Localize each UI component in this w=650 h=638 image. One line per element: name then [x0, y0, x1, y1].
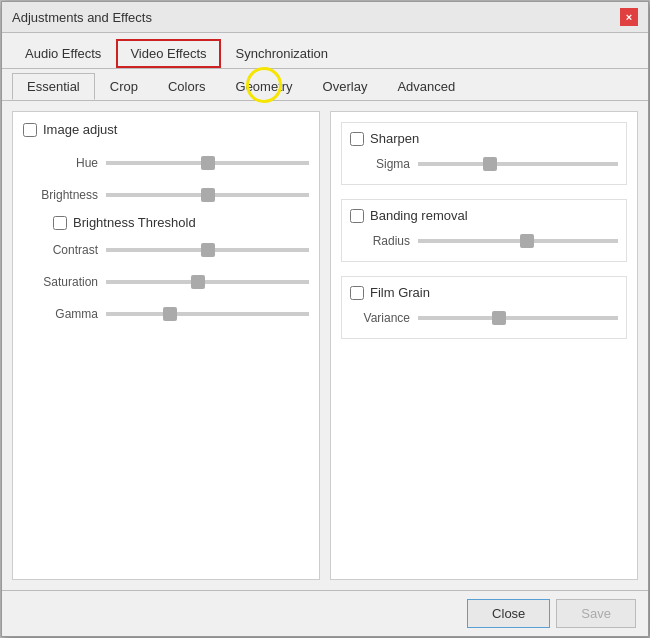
tab-advanced[interactable]: Advanced	[382, 73, 470, 100]
image-adjust-checkbox-label[interactable]: Image adjust	[23, 122, 117, 137]
saturation-slider-container	[106, 272, 309, 292]
radius-slider[interactable]	[418, 239, 618, 243]
close-button[interactable]: Close	[467, 599, 550, 628]
dialog-title: Adjustments and Effects	[12, 10, 152, 25]
right-panel: Sharpen Sigma Banding removal	[330, 111, 638, 580]
sharpen-checkbox[interactable]	[350, 132, 364, 146]
save-button[interactable]: Save	[556, 599, 636, 628]
banding-header: Banding removal	[350, 208, 618, 223]
close-icon-button[interactable]: ×	[620, 8, 638, 26]
brightness-label: Brightness	[23, 188, 98, 202]
tab-essential[interactable]: Essential	[12, 73, 95, 100]
content-area: Image adjust Hue Brightness Brightness T…	[2, 101, 648, 590]
main-tabs-container: Audio Effects Video Effects Synchronizat…	[2, 33, 648, 69]
variance-row: Variance	[350, 306, 618, 330]
tab-audio-effects[interactable]: Audio Effects	[12, 40, 114, 67]
left-panel: Image adjust Hue Brightness Brightness T…	[12, 111, 320, 580]
gamma-slider-container	[106, 304, 309, 324]
sigma-slider-container	[418, 154, 618, 174]
contrast-row: Contrast	[23, 238, 309, 262]
sigma-label: Sigma	[350, 157, 410, 171]
sigma-slider[interactable]	[418, 162, 618, 166]
brightness-threshold-row: Brightness Threshold	[53, 215, 309, 230]
variance-slider[interactable]	[418, 316, 618, 320]
tab-colors[interactable]: Colors	[153, 73, 221, 100]
tab-synchronization[interactable]: Synchronization	[223, 40, 342, 67]
tab-geometry[interactable]: Geometry	[221, 73, 308, 100]
gamma-slider[interactable]	[106, 312, 309, 316]
sharpen-checkbox-label[interactable]: Sharpen	[350, 131, 419, 146]
sharpen-header: Sharpen	[350, 131, 618, 146]
film-grain-section: Film Grain Variance	[341, 276, 627, 339]
banding-label: Banding removal	[370, 208, 468, 223]
radius-label: Radius	[350, 234, 410, 248]
image-adjust-checkbox[interactable]	[23, 123, 37, 137]
saturation-row: Saturation	[23, 270, 309, 294]
saturation-label: Saturation	[23, 275, 98, 289]
hue-label: Hue	[23, 156, 98, 170]
banding-checkbox[interactable]	[350, 209, 364, 223]
sharpen-section: Sharpen Sigma	[341, 122, 627, 185]
gamma-row: Gamma	[23, 302, 309, 326]
image-adjust-label: Image adjust	[43, 122, 117, 137]
radius-row: Radius	[350, 229, 618, 253]
brightness-slider-container	[106, 185, 309, 205]
banding-checkbox-label[interactable]: Banding removal	[350, 208, 468, 223]
film-grain-header: Film Grain	[350, 285, 618, 300]
title-bar: Adjustments and Effects ×	[2, 2, 648, 33]
brightness-slider[interactable]	[106, 193, 309, 197]
dialog: Adjustments and Effects × Audio Effects …	[1, 1, 649, 637]
film-grain-checkbox[interactable]	[350, 286, 364, 300]
film-grain-checkbox-label[interactable]: Film Grain	[350, 285, 430, 300]
contrast-slider-container	[106, 240, 309, 260]
sigma-row: Sigma	[350, 152, 618, 176]
hue-row: Hue	[23, 151, 309, 175]
tab-overlay[interactable]: Overlay	[308, 73, 383, 100]
image-adjust-header: Image adjust	[23, 122, 309, 137]
contrast-label: Contrast	[23, 243, 98, 257]
gamma-label: Gamma	[23, 307, 98, 321]
variance-label: Variance	[350, 311, 410, 325]
contrast-slider[interactable]	[106, 248, 309, 252]
radius-slider-container	[418, 231, 618, 251]
brightness-threshold-text: Brightness Threshold	[73, 215, 196, 230]
brightness-threshold-checkbox[interactable]	[53, 216, 67, 230]
hue-slider-container	[106, 153, 309, 173]
hue-slider[interactable]	[106, 161, 309, 165]
sharpen-label: Sharpen	[370, 131, 419, 146]
footer: Close Save	[2, 590, 648, 636]
brightness-row: Brightness	[23, 183, 309, 207]
film-grain-label: Film Grain	[370, 285, 430, 300]
tab-video-effects[interactable]: Video Effects	[116, 39, 220, 68]
saturation-slider[interactable]	[106, 280, 309, 284]
brightness-threshold-label[interactable]: Brightness Threshold	[53, 215, 196, 230]
sub-tabs-container: Essential Crop Colors Geometry Overlay A…	[2, 69, 648, 101]
tab-crop[interactable]: Crop	[95, 73, 153, 100]
variance-slider-container	[418, 308, 618, 328]
banding-section: Banding removal Radius	[341, 199, 627, 262]
